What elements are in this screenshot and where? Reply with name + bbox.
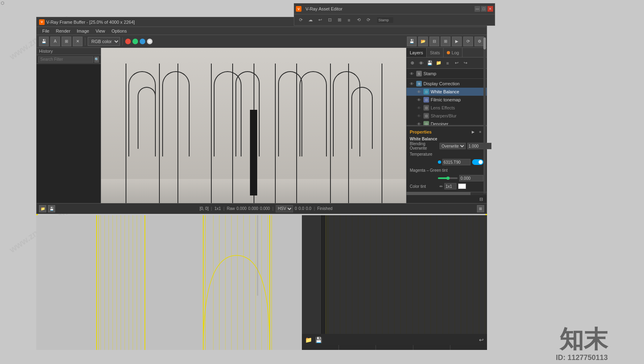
toolbar-save2[interactable]: 💾 (407, 37, 417, 46)
arch2 (138, 87, 156, 149)
prop-header-btns: ▶ ≡ (470, 129, 483, 135)
channel-blue[interactable] (140, 39, 145, 44)
asset-toolbar-btn3[interactable]: ↩ (316, 16, 324, 24)
menu-options[interactable]: Options (108, 29, 130, 33)
vray-frame-buffer: V V-Ray Frame Buffer - [25.0% of 4000 x … (36, 17, 487, 214)
status-expand[interactable]: ⊞ (477, 205, 484, 212)
blending-value[interactable] (467, 143, 491, 149)
eye-sharpen[interactable]: 👁 (416, 113, 422, 119)
asset-toolbar-btn1[interactable]: ⟳ (297, 16, 305, 24)
temperature-slider[interactable] (438, 161, 441, 163)
prop-expand[interactable]: ▶ (470, 129, 476, 135)
layer-stamp[interactable]: 👁 S Stamp (407, 70, 487, 78)
layer-sharpen[interactable]: 👁 ⊡ Sharpen/Blur (407, 112, 487, 120)
panel-bottom-btn[interactable]: ⊟ (477, 195, 485, 203)
blending-dropdown[interactable]: Overwrite (440, 143, 466, 149)
history-scrollbar[interactable] (483, 37, 486, 193)
color-tint-value[interactable] (444, 183, 456, 189)
icon-dc: ⊞ (416, 81, 422, 86)
asset-toolbar-btn7[interactable]: ⟲ (355, 16, 363, 24)
channel-green[interactable] (132, 39, 138, 44)
toolbar-clear[interactable]: ✕ (73, 37, 83, 46)
icon-lens: ⊡ (423, 105, 429, 111)
tab-stats[interactable]: Stats (427, 48, 444, 57)
toolbar-stop[interactable]: ⟳ (463, 37, 473, 46)
icon-sharpen: ⊡ (423, 113, 429, 119)
app-icon: V (39, 19, 45, 25)
scrollbar-h-thumb (407, 192, 471, 195)
arch6 (278, 71, 303, 156)
asset-toolbar-btn6[interactable]: ≡ (345, 16, 353, 24)
status-v3: 0.000 (260, 206, 270, 211)
toolbar-display[interactable]: A (50, 37, 60, 46)
status-save[interactable]: 💾 (48, 205, 55, 212)
magenta-slider[interactable] (438, 177, 458, 179)
rt-eye[interactable]: 👁 (417, 59, 425, 67)
temperature-value[interactable] (442, 159, 471, 165)
layer-display-correction[interactable]: 👁 ⊞ Display Correction (407, 80, 487, 88)
eye-dc[interactable]: 👁 (409, 81, 415, 86)
color-tint-eyedropper[interactable]: ✏ (440, 184, 443, 189)
color-swatch[interactable] (458, 183, 466, 189)
toolbar-right: 💾 📂 ⊟ ⊞ ▶ ⟳ ⚙ (407, 37, 484, 46)
toolbar-compare[interactable]: ⊞ (62, 37, 71, 46)
history-search-input[interactable] (38, 56, 93, 63)
corner-icon: ⬡ (1, 1, 4, 5)
status-channel-select[interactable]: HSV (276, 205, 293, 212)
toolbar-render[interactable]: ▶ (452, 37, 462, 46)
asset-editor-minimize[interactable]: — (475, 6, 480, 12)
asset-toolbar-btn5[interactable]: ⊞ (335, 16, 343, 24)
color-mode-dropdown[interactable]: RGB color (88, 37, 120, 46)
properties-panel: Properties ▶ ≡ White Balance Blending Ov… (407, 126, 487, 192)
layer-sep1 (407, 78, 487, 79)
rt-undo[interactable]: ↩ (452, 59, 460, 67)
layer-lens[interactable]: 👁 ⊡ Lens Effects (407, 104, 487, 112)
layer-denoiser[interactable]: 👁 ⊡ Denoiser (407, 120, 487, 125)
asset-toolbar-btn8[interactable]: ⟳ (364, 16, 372, 24)
toolbar-stamp[interactable]: ⊟ (429, 37, 439, 46)
rt-add[interactable]: ⊕ (408, 59, 416, 67)
rt-redo[interactable]: ↪ (461, 59, 469, 67)
rt-folder[interactable]: 📁 (435, 59, 443, 67)
eye-denoiser[interactable]: 👁 (416, 121, 422, 125)
asset-editor-close[interactable]: ✕ (487, 6, 493, 12)
right-toolbar: ⊕ 👁 💾 📁 ≡ ↩ ↪ (407, 58, 487, 69)
eye-wb[interactable]: 👁 (416, 89, 422, 95)
toolbar-settings[interactable]: ⚙ (475, 37, 484, 46)
eye-filmic[interactable]: 👁 (416, 97, 422, 103)
divider11 (382, 64, 382, 203)
temperature-thumb (438, 160, 441, 164)
toolbar-copy[interactable]: ⊞ (441, 37, 450, 46)
menu-render[interactable]: Render (53, 29, 74, 33)
magenta-value[interactable] (459, 175, 483, 181)
tab-log[interactable]: Log (444, 48, 462, 57)
asset-editor-maximize[interactable]: □ (481, 6, 487, 12)
toolbar-save[interactable]: 💾 (39, 37, 49, 46)
asset-toolbar-btn4[interactable]: ⊡ (326, 16, 334, 24)
layer-filmic[interactable]: 👁 ⊡ Filmic tonemap (407, 96, 487, 104)
panel-bottom: ⊟ (407, 195, 487, 203)
menu-file[interactable]: File (39, 29, 53, 33)
bottom-folder-btn[interactable]: 📁 (305, 337, 312, 343)
temperature-toggle[interactable] (472, 159, 483, 165)
channel-red[interactable] (125, 39, 131, 44)
channel-all[interactable] (147, 39, 153, 44)
rt-list[interactable]: ≡ (444, 59, 452, 67)
menu-image[interactable]: Image (74, 29, 93, 33)
history-content (37, 64, 101, 203)
status-folder[interactable]: 📁 (39, 205, 46, 212)
asset-toolbar-btn2[interactable]: ☁ (306, 16, 314, 24)
divider7 (275, 64, 276, 203)
tab-layers[interactable]: Layers (407, 48, 427, 57)
bottom-save-btn[interactable]: 💾 (315, 337, 322, 343)
menu-view[interactable]: View (92, 29, 108, 33)
rt-save[interactable]: 💾 (426, 59, 434, 67)
search-btn[interactable]: 🔍 (94, 56, 99, 63)
bottom-undo-btn[interactable]: ↩ (479, 337, 484, 343)
prop-more[interactable]: ≡ (477, 129, 483, 135)
divider9 (330, 64, 331, 203)
layer-white-balance[interactable]: 👁 ⊡ White Balance (407, 88, 487, 96)
toolbar-load[interactable]: 📂 (418, 37, 428, 46)
eye-lens[interactable]: 👁 (416, 105, 422, 111)
eye-stamp[interactable]: 👁 (409, 71, 415, 76)
